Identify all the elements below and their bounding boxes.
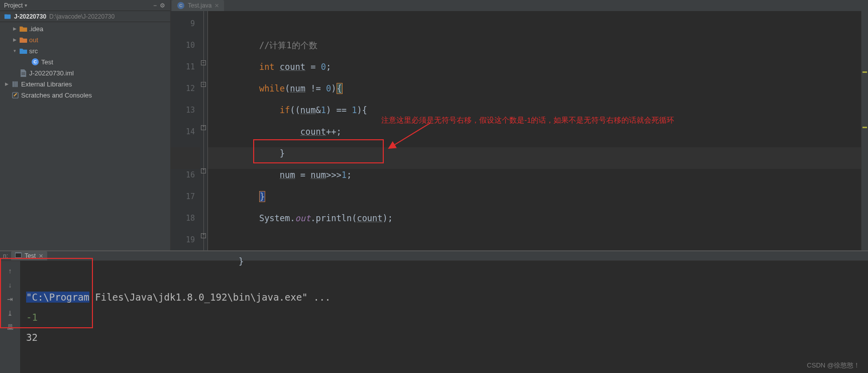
collapse-icon[interactable]: − bbox=[153, 2, 157, 9]
project-path: D:\javacode\J-20220730 bbox=[49, 13, 115, 20]
close-icon[interactable]: ✕ bbox=[39, 253, 43, 259]
chevron-down-icon[interactable]: ▾ bbox=[25, 3, 27, 8]
print-icon[interactable]: 🖶 bbox=[7, 323, 14, 331]
tree-label: Scratches and Consoles bbox=[21, 91, 92, 99]
gear-icon[interactable]: ⚙ bbox=[160, 2, 165, 9]
scroll-to-end-icon[interactable]: ⤓ bbox=[7, 309, 13, 317]
console-icon bbox=[15, 252, 22, 259]
chevron-down-icon: ▾ bbox=[12, 48, 17, 53]
tree-folder-idea[interactable]: ▶ .idea bbox=[0, 23, 170, 34]
fold-collapse-icon[interactable]: − bbox=[201, 82, 206, 87]
arrow-up-icon[interactable]: ↑ bbox=[9, 267, 12, 275]
console-output-line: 32 bbox=[26, 332, 38, 343]
tree-label: out bbox=[29, 36, 38, 44]
project-sidebar: Project ▾ − ⚙ J-20220730 D:\javacode\J-2… bbox=[0, 0, 171, 250]
class-icon: C bbox=[177, 2, 185, 10]
fold-end-icon[interactable]: ⌃ bbox=[201, 125, 206, 130]
tree-label: Test bbox=[41, 58, 53, 66]
close-icon[interactable]: ✕ bbox=[214, 3, 219, 9]
tree-file-iml[interactable]: J-20220730.iml bbox=[0, 67, 170, 78]
project-tool-header[interactable]: Project ▾ − ⚙ bbox=[0, 0, 170, 11]
chevron-right-icon: ▶ bbox=[12, 37, 17, 42]
editor-tabs: C Test.java ✕ bbox=[171, 0, 868, 11]
folder-icon bbox=[19, 25, 27, 33]
tree-label: src bbox=[29, 47, 38, 55]
run-tab-test[interactable]: Test ✕ bbox=[11, 251, 47, 260]
scratch-icon bbox=[11, 91, 19, 99]
folder-icon bbox=[19, 47, 27, 55]
tree-class-test[interactable]: C Test bbox=[0, 56, 170, 67]
svg-rect-5 bbox=[14, 81, 16, 86]
tree-label: J-20220730.iml bbox=[29, 69, 74, 77]
file-icon bbox=[19, 69, 27, 77]
libraries-icon bbox=[11, 80, 19, 88]
wrap-icon[interactable]: ⇥ bbox=[7, 295, 13, 303]
console-output[interactable]: "C:\Program Files\Java\jdk1.8.0_192\bin\… bbox=[20, 261, 868, 373]
chevron-right-icon: ▶ bbox=[4, 81, 9, 86]
fold-end-icon[interactable]: ⌃ bbox=[201, 233, 206, 238]
console-command: "C:\Program bbox=[26, 292, 89, 303]
editor-tab-label: Test.java bbox=[188, 2, 211, 9]
tree-folder-out[interactable]: ▶ out bbox=[0, 34, 170, 45]
tree-scratches[interactable]: Scratches and Consoles bbox=[0, 89, 170, 101]
run-tab-label: Test bbox=[25, 252, 36, 259]
watermark: CSDN @徐憨憨！ bbox=[807, 361, 860, 370]
tree-external-libraries[interactable]: ▶ External Libraries bbox=[0, 78, 170, 89]
console-input-line: -1 bbox=[26, 312, 38, 323]
editor-area: C Test.java ✕ 9 10 11 12 13 14 15 16 17 … bbox=[171, 0, 868, 250]
editor-tab-test[interactable]: C Test.java ✕ bbox=[172, 0, 224, 11]
chevron-right-icon: ▶ bbox=[12, 26, 17, 31]
fold-collapse-icon[interactable]: − bbox=[201, 60, 206, 65]
fold-end-icon[interactable]: ⌃ bbox=[201, 168, 206, 173]
arrow-down-icon[interactable]: ↓ bbox=[9, 281, 12, 289]
svg-rect-6 bbox=[16, 81, 18, 86]
folder-icon bbox=[19, 36, 27, 44]
tree-folder-src[interactable]: ▾ src bbox=[0, 45, 170, 56]
svg-rect-10 bbox=[16, 253, 21, 257]
tree-label: .idea bbox=[29, 25, 43, 33]
tree-label: External Libraries bbox=[21, 80, 72, 88]
run-tool-column: ↑ ↓ ⇥ ⤓ 🖶 bbox=[0, 261, 20, 373]
svg-rect-1 bbox=[5, 14, 7, 16]
svg-rect-2 bbox=[21, 72, 25, 73]
project-icon bbox=[4, 13, 11, 20]
breadcrumb[interactable]: J-20220730 D:\javacode\J-20220730 bbox=[0, 11, 170, 22]
class-icon: C bbox=[31, 58, 39, 66]
project-tree: ▶ .idea ▶ out ▾ src bbox=[0, 22, 170, 101]
project-tool-title: Project bbox=[4, 2, 23, 9]
svg-rect-4 bbox=[12, 81, 14, 86]
run-label: n: bbox=[3, 252, 8, 259]
project-name: J-20220730 bbox=[14, 13, 46, 20]
svg-rect-3 bbox=[21, 74, 25, 74]
